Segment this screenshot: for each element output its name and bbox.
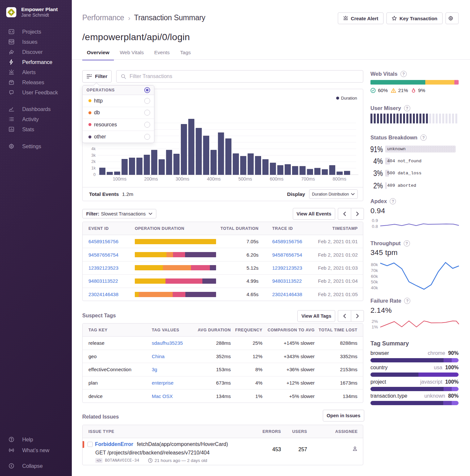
svg-text:0: 0	[93, 172, 96, 177]
svg-text:1k: 1k	[91, 166, 96, 170]
svg-text:60k: 60k	[371, 274, 378, 279]
svg-text:1%: 1%	[371, 325, 378, 329]
svg-text:2%: 2%	[371, 319, 378, 324]
svg-text:2k: 2k	[91, 159, 96, 164]
svg-text:0.8: 0.8	[372, 224, 378, 229]
svg-text:0.9: 0.9	[372, 218, 378, 223]
svg-text:300ms: 300ms	[176, 176, 189, 182]
svg-text:400ms: 400ms	[207, 176, 221, 182]
svg-text:700ms: 700ms	[301, 176, 315, 182]
svg-text:70k: 70k	[371, 268, 378, 273]
svg-text:600ms: 600ms	[270, 176, 283, 182]
svg-text:500ms: 500ms	[238, 176, 252, 182]
svg-text:200ms: 200ms	[144, 176, 158, 182]
svg-text:50k: 50k	[371, 279, 378, 284]
svg-text:80k: 80k	[371, 262, 378, 267]
svg-text:800ms: 800ms	[333, 176, 346, 182]
svg-text:40k: 40k	[371, 285, 378, 290]
svg-text:3k: 3k	[91, 153, 96, 158]
svg-text:4k: 4k	[91, 147, 96, 151]
svg-text:100ms: 100ms	[113, 176, 126, 182]
